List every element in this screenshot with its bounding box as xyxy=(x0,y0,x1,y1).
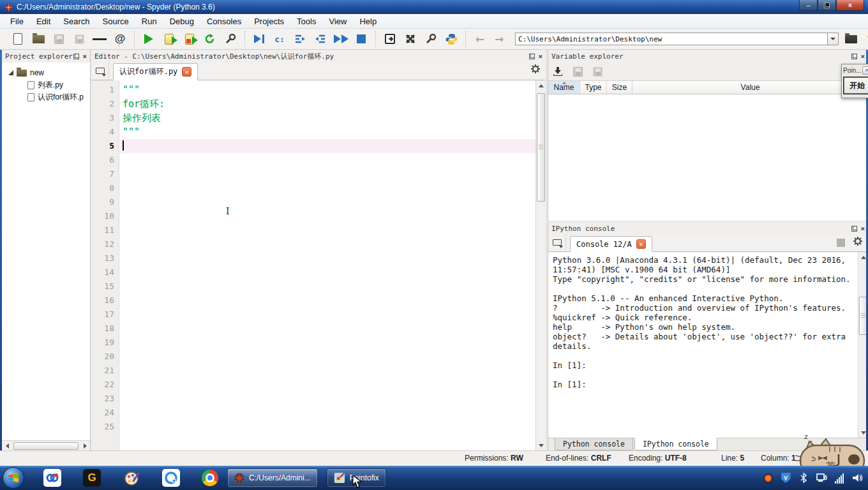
interrupt-kernel-icon[interactable] xyxy=(837,239,845,247)
code-line[interactable] xyxy=(120,322,535,336)
rerun-cell-icon[interactable] xyxy=(183,32,197,46)
editor-header[interactable]: Editor - C:\Users\Administrator\Desktop\… xyxy=(91,50,546,63)
run-file-icon[interactable] xyxy=(142,32,156,46)
tab-python-console[interactable]: Python console xyxy=(555,438,633,450)
back-icon[interactable]: ← xyxy=(473,32,487,46)
menu-item-run[interactable]: Run xyxy=(135,15,163,27)
code-line[interactable]: """ xyxy=(120,83,535,97)
recording-icon[interactable] xyxy=(762,472,774,484)
hscroll-thumb[interactable] xyxy=(13,442,79,450)
ipython-console-header[interactable]: IPython console × xyxy=(548,222,868,235)
browse-tabs-button[interactable] xyxy=(548,234,566,251)
code-line[interactable] xyxy=(120,350,535,364)
menu-item-search[interactable]: Search xyxy=(57,15,96,27)
code-line[interactable] xyxy=(120,378,535,392)
code-line[interactable] xyxy=(120,336,535,350)
column-value[interactable]: Value xyxy=(632,81,868,94)
save-data-as-icon[interactable] xyxy=(594,67,602,76)
title-bar[interactable]: C:/Users/Administrator/Desktop/new - Spy… xyxy=(0,0,868,14)
code-line[interactable] xyxy=(120,364,535,378)
code-lines[interactable]: """for循环:操作列表""" xyxy=(120,83,535,434)
g-app-icon[interactable]: G xyxy=(83,469,101,487)
code-line[interactable] xyxy=(120,406,535,420)
editor-options-button[interactable] xyxy=(530,64,541,77)
taskbar-button-spyder[interactable]: C:/Users/Admini... xyxy=(227,468,318,487)
continue-icon[interactable] xyxy=(334,32,348,46)
editor-tab[interactable]: 认识for循环.py ✕ xyxy=(113,63,198,80)
configure-icon[interactable] xyxy=(223,32,237,46)
menu-item-debug[interactable]: Debug xyxy=(163,15,200,27)
run-cell-icon[interactable] xyxy=(162,32,176,46)
new-window-icon[interactable] xyxy=(383,32,397,46)
pointofix-mini-window[interactable]: Poin... × 开始 xyxy=(841,64,868,98)
file-switcher-icon[interactable] xyxy=(93,32,107,46)
undock-icon[interactable] xyxy=(851,54,857,59)
code-line[interactable] xyxy=(120,195,535,209)
close-pane-icon[interactable]: × xyxy=(82,54,87,59)
save-data-icon[interactable] xyxy=(573,67,583,77)
code-line[interactable] xyxy=(120,308,535,322)
code-line[interactable] xyxy=(120,153,535,167)
menu-item-edit[interactable]: Edit xyxy=(30,15,57,27)
code-area[interactable]: 1234567891011121314151617181920212223242… xyxy=(91,80,535,450)
import-data-icon[interactable] xyxy=(553,67,563,76)
run-selection-icon[interactable] xyxy=(203,32,217,46)
network-icon[interactable] xyxy=(816,472,827,484)
code-line[interactable] xyxy=(120,181,535,195)
code-line[interactable] xyxy=(120,223,535,237)
new-file-icon[interactable] xyxy=(11,32,25,46)
undock-icon[interactable] xyxy=(73,54,79,59)
console-output[interactable]: Python 3.6.0 |Anaconda 4.3.1 (64-bit)| (… xyxy=(548,252,858,438)
code-line[interactable] xyxy=(120,167,535,181)
remote-app-icon[interactable] xyxy=(43,469,61,487)
restore-button[interactable] xyxy=(818,0,836,11)
fullscreen-icon[interactable] xyxy=(403,32,417,46)
variable-table-body[interactable] xyxy=(548,96,868,221)
security-shield-icon[interactable]: V xyxy=(780,472,791,484)
undock-icon[interactable] xyxy=(851,226,857,232)
pointofix-start-button[interactable]: 开始 xyxy=(844,77,868,94)
parent-directory-icon[interactable]: ↑ xyxy=(863,32,868,46)
menu-item-view[interactable]: View xyxy=(322,15,353,27)
console-tab[interactable]: Console 12/A ✕ xyxy=(570,236,652,252)
menu-item-file[interactable]: File xyxy=(4,15,30,27)
menu-item-projects[interactable]: Projects xyxy=(248,15,290,27)
project-hscrollbar[interactable] xyxy=(2,440,90,450)
column-name[interactable]: Name xyxy=(548,81,580,94)
pointofix-close-icon[interactable]: × xyxy=(862,66,868,75)
close-pane-icon[interactable]: × xyxy=(538,54,542,59)
tab-ipython-console[interactable]: IPython console xyxy=(634,438,717,450)
code-line[interactable] xyxy=(120,139,535,153)
code-line[interactable] xyxy=(120,237,535,251)
scroll-left-icon[interactable] xyxy=(2,441,12,451)
code-line[interactable] xyxy=(120,251,535,265)
debug-cell-icon[interactable]: c: xyxy=(273,32,287,46)
save-icon[interactable] xyxy=(52,32,66,46)
forward-icon[interactable]: → xyxy=(492,32,506,46)
code-line[interactable] xyxy=(120,279,535,293)
menu-item-source[interactable]: Source xyxy=(96,15,135,27)
code-line[interactable] xyxy=(120,420,535,434)
chrome-icon[interactable] xyxy=(202,470,218,486)
save-all-icon[interactable] xyxy=(72,32,86,46)
project-explorer-header[interactable]: Project explorer × xyxy=(2,50,90,63)
tree-file[interactable]: 列表.py xyxy=(2,79,90,91)
column-size[interactable]: Size xyxy=(607,81,632,94)
scroll-down-icon[interactable] xyxy=(536,440,546,450)
variable-explorer-header[interactable]: Variable explorer × xyxy=(548,50,868,63)
tab-close-icon[interactable]: ✕ xyxy=(182,67,191,77)
tab-close-icon[interactable]: ✕ xyxy=(636,239,646,249)
browse-directory-icon[interactable] xyxy=(844,32,858,46)
debug-file-icon[interactable] xyxy=(252,32,266,46)
code-line[interactable]: """ xyxy=(120,125,535,139)
close-pane-icon[interactable]: × xyxy=(860,54,865,59)
find-symbol-icon[interactable]: @ xyxy=(113,32,127,46)
menu-item-consoles[interactable]: Consoles xyxy=(200,15,248,27)
volume-icon[interactable] xyxy=(851,472,863,484)
bluetooth-icon[interactable] xyxy=(798,472,809,484)
stop-debug-icon[interactable] xyxy=(354,32,368,46)
console-options-button[interactable] xyxy=(853,236,863,249)
tools-icon[interactable] xyxy=(424,32,438,46)
code-line[interactable] xyxy=(120,293,535,308)
menu-item-help[interactable]: Help xyxy=(353,15,383,27)
